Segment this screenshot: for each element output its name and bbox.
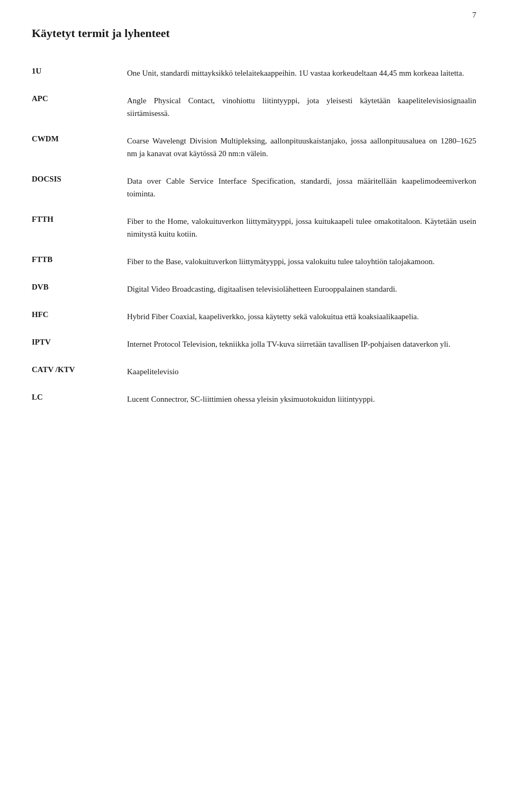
page-title: Käytetyt termit ja lyhenteet [32, 26, 476, 40]
term-row: LCLucent Connectror, SC-liittimien ohess… [32, 393, 476, 405]
term-row: CATV /KTVKaapelitelevisio [32, 365, 476, 378]
term-definition: Internet Protocol Television, tekniikka … [127, 338, 476, 350]
term-label: CATV /KTV [32, 365, 127, 374]
term-label: DVB [32, 283, 127, 292]
term-definition: Data over Cable Service Interface Specif… [127, 175, 476, 200]
term-definition: Coarse Wavelengt Division Multipleksing,… [127, 134, 476, 160]
term-definition: Fiber to the Home, valokuituverkon liitt… [127, 215, 476, 240]
term-row: DOCSISData over Cable Service Interface … [32, 175, 476, 200]
term-label: FTTB [32, 255, 127, 264]
term-row: FTTBFiber to the Base, valokuituverkon l… [32, 255, 476, 268]
term-label: 1U [32, 67, 127, 76]
term-definition: Fiber to the Base, valokuituverkon liitt… [127, 255, 476, 268]
term-definition: Angle Physical Contact, vinohiottu liiti… [127, 94, 476, 120]
term-row: FTTHFiber to the Home, valokuituverkon l… [32, 215, 476, 240]
term-label: HFC [32, 310, 127, 319]
term-definition: Lucent Connectror, SC-liittimien ohessa … [127, 393, 476, 405]
term-label: FTTH [32, 215, 127, 224]
term-label: IPTV [32, 338, 127, 347]
term-label: CWDM [32, 134, 127, 143]
page-number: 7 [473, 11, 477, 20]
term-definition: One Unit, standardi mittayksikkö telelai… [127, 67, 476, 79]
term-row: HFCHybrid Fiber Coaxial, kaapeliverkko, … [32, 310, 476, 323]
term-row: IPTVInternet Protocol Television, teknii… [32, 338, 476, 350]
term-label: DOCSIS [32, 175, 127, 184]
term-label: APC [32, 94, 127, 103]
terms-list: 1UOne Unit, standardi mittayksikkö telel… [32, 67, 476, 405]
term-row: APCAngle Physical Contact, vinohiottu li… [32, 94, 476, 120]
term-label: LC [32, 393, 127, 402]
term-definition: Hybrid Fiber Coaxial, kaapeliverkko, jos… [127, 310, 476, 323]
term-row: CWDMCoarse Wavelengt Division Multipleks… [32, 134, 476, 160]
term-row: 1UOne Unit, standardi mittayksikkö telel… [32, 67, 476, 79]
term-definition: Kaapelitelevisio [127, 365, 476, 378]
term-row: DVBDigital Video Broadcasting, digitaali… [32, 283, 476, 295]
term-definition: Digital Video Broadcasting, digitaalisen… [127, 283, 476, 295]
